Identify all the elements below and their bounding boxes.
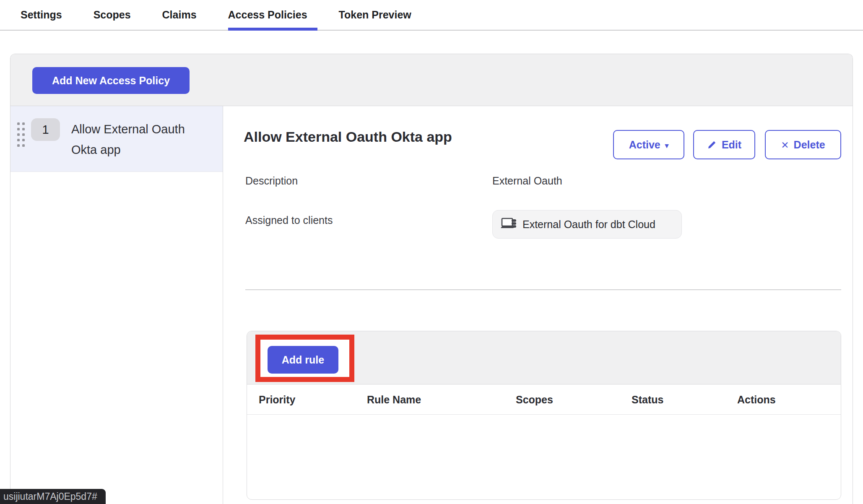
description-value: External Oauth (492, 175, 562, 187)
tab-access-policies[interactable]: Access Policies (228, 0, 307, 30)
policy-order-badge: 1 (31, 118, 60, 141)
policy-status-dropdown[interactable]: Active ▾ (613, 130, 684, 159)
assigned-client-name: External Oauth for dbt Cloud (522, 218, 655, 231)
assigned-client-chip[interactable]: External Oauth for dbt Cloud (492, 210, 682, 239)
access-policies-panel: Add New Access Policy 1 Allow External O… (10, 54, 853, 504)
tab-token-preview[interactable]: Token Preview (339, 0, 411, 30)
edit-label: Edit (722, 139, 741, 151)
tab-bar: Settings Scopes Claims Access Policies T… (0, 0, 863, 31)
policy-list: 1 Allow External Oauth Okta app (10, 106, 223, 504)
client-app-icon (500, 217, 518, 232)
link-preview-statusbar: usijiutarM7Aj0Ep5d7# (0, 489, 106, 504)
policy-list-item-title: Allow External Oauth Okta app (71, 119, 197, 160)
edit-policy-button[interactable]: Edit (693, 130, 755, 159)
add-new-access-policy-button[interactable]: Add New Access Policy (32, 67, 190, 94)
section-divider (245, 289, 841, 290)
rules-table-header: Priority Rule Name Scopes Status Actions (247, 384, 841, 415)
status-label: Active (629, 139, 660, 151)
auth-server-page: Settings Scopes Claims Access Policies T… (0, 0, 863, 504)
add-rule-button[interactable]: Add rule (268, 346, 338, 374)
description-label: Description (245, 175, 298, 187)
column-rule-name: Rule Name (367, 393, 421, 405)
tab-claims[interactable]: Claims (162, 0, 197, 30)
drag-handle-icon[interactable] (17, 122, 25, 147)
column-scopes: Scopes (516, 393, 553, 405)
policy-title: Allow External Oauth Okta app (244, 129, 452, 145)
tab-scopes[interactable]: Scopes (94, 0, 131, 30)
rules-card: Add rule Priority Rule Name Scopes Statu… (247, 331, 841, 500)
column-priority: Priority (259, 393, 296, 405)
close-icon: ✕ (781, 140, 789, 151)
pencil-icon (707, 140, 717, 150)
delete-label: Delete (794, 139, 825, 151)
delete-policy-button[interactable]: ✕ Delete (765, 130, 841, 159)
column-status: Status (632, 393, 663, 405)
column-actions: Actions (737, 393, 776, 405)
policy-list-item[interactable]: 1 Allow External Oauth Okta app (10, 106, 223, 172)
assigned-to-clients-label: Assigned to clients (245, 214, 333, 226)
tab-settings[interactable]: Settings (21, 0, 62, 30)
caret-down-icon: ▾ (665, 141, 669, 150)
